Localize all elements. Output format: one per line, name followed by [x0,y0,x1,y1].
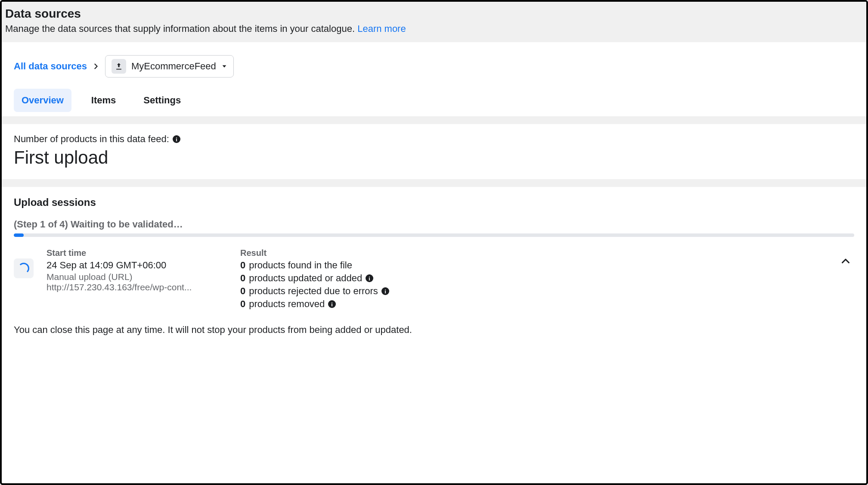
chevron-right-icon [93,63,99,69]
upload-method: Manual upload (URL) [46,272,227,282]
result-line: 0products removedi [240,298,828,310]
tabs: Overview Items Settings [14,89,854,112]
spinner-icon [14,258,34,278]
feed-status-title: First upload [14,147,854,168]
breadcrumb-panel: All data sources MyEcommerceFeed Overvie… [2,46,866,116]
tab-settings[interactable]: Settings [136,89,189,112]
feed-selector-dropdown[interactable]: MyEcommerceFeed [105,55,234,78]
upload-sessions-title: Upload sessions [14,196,854,208]
result-text: products found in the file [249,260,352,271]
result-text: products updated or added [249,273,362,284]
product-count-label: Number of products in this data feed: i [14,134,854,145]
close-page-note: You can close this page at any time. It … [14,324,854,336]
feed-info-section: Number of products in this data feed: i … [2,124,866,179]
caret-down-icon [221,61,227,72]
feed-name: MyEcommerceFeed [131,61,216,72]
tab-items[interactable]: Items [84,89,124,112]
upload-sessions-section: Upload sessions (Step 1 of 4) Waiting to… [2,187,866,347]
progress-fill [14,233,24,237]
info-icon[interactable]: i [328,300,336,308]
breadcrumb: All data sources MyEcommerceFeed [14,55,854,78]
result-count: 0 [240,298,245,310]
progress-bar [14,233,854,237]
result-count: 0 [240,273,245,284]
upload-url: http://157.230.43.163/free/wp-cont... [46,282,219,292]
start-time-label: Start time [46,248,227,258]
result-line: 0products rejected due to errorsi [240,286,828,297]
svg-text:i: i [176,137,177,143]
result-column: Result 0products found in the file0produ… [240,248,828,311]
result-count: 0 [240,286,245,297]
info-icon[interactable]: i [173,135,180,143]
start-time-value: 24 Sep at 14:09 GMT+06:00 [46,260,227,271]
result-count: 0 [240,260,245,271]
result-line: 0products found in the file [240,260,828,271]
learn-more-link[interactable]: Learn more [357,23,406,34]
result-text: products rejected due to errors [249,286,378,297]
result-line: 0products updated or addedi [240,273,828,284]
step-label: (Step 1 of 4) Waiting to be validated… [14,219,854,230]
info-icon[interactable]: i [381,287,389,295]
svg-text:i: i [384,289,386,295]
start-time-column: Start time 24 Sep at 14:09 GMT+06:00 Man… [46,248,227,292]
info-icon[interactable]: i [366,274,373,282]
page-subtitle: Manage the data sources that supply info… [5,23,861,34]
chevron-up-icon [841,259,850,267]
all-data-sources-link[interactable]: All data sources [14,61,87,72]
session-row: Start time 24 Sep at 14:09 GMT+06:00 Man… [14,248,854,311]
tab-overview[interactable]: Overview [14,89,71,112]
page-title: Data sources [5,7,861,21]
svg-text:i: i [332,302,333,308]
collapse-toggle[interactable] [841,248,854,267]
page-header: Data sources Manage the data sources tha… [2,2,866,42]
upload-icon [112,59,126,74]
result-label: Result [240,248,828,258]
result-text: products removed [249,298,325,310]
svg-text:i: i [369,276,371,282]
